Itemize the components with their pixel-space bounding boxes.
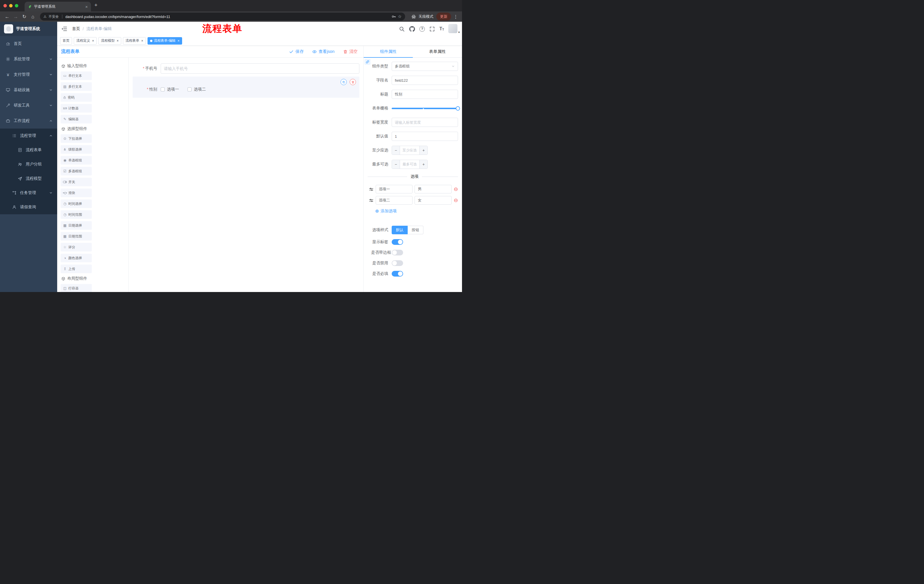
decrease-button[interactable]: − bbox=[392, 160, 400, 169]
show-label-switch[interactable] bbox=[392, 239, 403, 245]
sidebar-item-workflow[interactable]: 工作流程 bbox=[0, 113, 57, 128]
component-single-line-text[interactable]: ▭ 单行文本 bbox=[61, 71, 92, 80]
component-row-container[interactable]: ◫ 行容器 bbox=[61, 284, 92, 292]
remove-option-icon[interactable]: ⊖ bbox=[454, 187, 458, 192]
increase-button[interactable]: + bbox=[419, 146, 427, 155]
back-icon[interactable]: ← bbox=[3, 14, 12, 19]
remove-option-icon[interactable]: ⊖ bbox=[454, 198, 458, 203]
save-button[interactable]: 保存 bbox=[289, 49, 304, 54]
user-menu[interactable]: ▾ bbox=[448, 24, 458, 34]
component-radio-group[interactable]: ◉ 单选框组 bbox=[61, 156, 92, 165]
clear-button[interactable]: 清空 bbox=[343, 49, 358, 54]
field-name-input[interactable] bbox=[392, 76, 458, 85]
drag-handle-icon[interactable] bbox=[369, 187, 374, 192]
delete-field-button[interactable] bbox=[350, 79, 356, 85]
option-2-label-input[interactable] bbox=[376, 196, 412, 204]
tab-form-props[interactable]: 表单属性 bbox=[413, 46, 462, 58]
gender-option-1-checkbox[interactable]: 选项一 bbox=[161, 87, 179, 92]
help-icon[interactable]: ? bbox=[419, 26, 425, 32]
sidebar-item-process-model[interactable]: 流程模型 bbox=[0, 171, 57, 186]
tab-close-icon[interactable]: × bbox=[84, 4, 89, 9]
style-default-button[interactable]: 默认 bbox=[392, 226, 408, 234]
option-1-label-input[interactable] bbox=[376, 185, 412, 193]
style-button-button[interactable]: 按钮 bbox=[408, 226, 423, 234]
title-input[interactable] bbox=[392, 90, 458, 99]
tag-process-form[interactable]: 流程表单 × bbox=[123, 37, 146, 44]
sidebar-item-process-management[interactable]: 流程管理 bbox=[0, 128, 57, 143]
add-option-button[interactable]: ⊕ 添加选项 bbox=[375, 209, 458, 214]
option-2-value-input[interactable] bbox=[414, 196, 451, 204]
new-tab-button[interactable]: + bbox=[94, 2, 97, 8]
close-window-button[interactable] bbox=[3, 4, 7, 7]
close-icon[interactable]: × bbox=[177, 39, 180, 43]
min-select-value[interactable]: 至少应选 bbox=[400, 146, 419, 155]
minimize-window-button[interactable] bbox=[9, 4, 13, 7]
required-switch[interactable] bbox=[392, 271, 403, 276]
github-icon[interactable] bbox=[409, 26, 415, 32]
drag-handle-icon[interactable] bbox=[369, 198, 374, 203]
close-icon[interactable]: × bbox=[141, 39, 143, 43]
phone-field[interactable]: 手机号 bbox=[133, 63, 360, 74]
address-bar[interactable]: ⚠ 不安全 dashboard.yudao.iocoder.cn/bpm/man… bbox=[40, 13, 405, 21]
grid-slider[interactable] bbox=[392, 104, 458, 113]
sidebar-item-devtools[interactable]: 研发工具 bbox=[0, 98, 57, 113]
decrease-button[interactable]: − bbox=[392, 146, 400, 155]
component-rate[interactable]: ☆ 评分 bbox=[61, 243, 92, 252]
fullscreen-icon[interactable] bbox=[429, 26, 435, 32]
zoom-window-button[interactable] bbox=[15, 4, 18, 7]
tag-process-definition[interactable]: 流程定义 × bbox=[74, 37, 97, 44]
sidebar-item-infrastructure[interactable]: 基础设施 bbox=[0, 82, 57, 98]
component-slider[interactable]: 滑块 bbox=[61, 189, 92, 197]
home-icon[interactable]: ⌂ bbox=[29, 14, 37, 19]
key-icon[interactable] bbox=[391, 14, 396, 19]
tag-process-form-edit[interactable]: 流程表单-编辑 × bbox=[147, 37, 182, 44]
disabled-switch[interactable] bbox=[392, 260, 403, 266]
sidebar-item-home[interactable]: 首页 bbox=[0, 36, 57, 51]
option-1-value-input[interactable] bbox=[414, 185, 451, 193]
sidebar-item-leave-query[interactable]: 请假查询 bbox=[0, 200, 57, 214]
bookmark-star-icon[interactable]: ☆ bbox=[398, 14, 402, 19]
component-type-select[interactable]: 多选框组 bbox=[392, 62, 458, 71]
breadcrumb-home[interactable]: 首页 bbox=[72, 26, 80, 31]
forward-icon[interactable]: → bbox=[12, 14, 20, 19]
sidebar-item-process-form[interactable]: 流程表单 bbox=[0, 143, 57, 157]
copy-field-button[interactable] bbox=[340, 79, 347, 85]
update-button[interactable]: 更新 bbox=[436, 13, 451, 21]
reload-icon[interactable]: ↻ bbox=[20, 14, 29, 19]
tag-home[interactable]: 首页 bbox=[60, 37, 72, 44]
max-select-value[interactable]: 最多可选 bbox=[400, 160, 419, 169]
default-value-input[interactable] bbox=[392, 132, 458, 141]
sidebar-item-system[interactable]: 系统管理 bbox=[0, 51, 57, 67]
border-switch[interactable] bbox=[392, 250, 403, 255]
component-editor[interactable]: ✎ 编辑器 bbox=[61, 115, 92, 123]
tag-process-model[interactable]: 流程模型 × bbox=[98, 37, 121, 44]
sidebar-item-task-management[interactable]: 任务管理 bbox=[0, 186, 57, 200]
component-time-range[interactable]: ◷ 时间范围 bbox=[61, 210, 92, 219]
sidebar-toggle-icon[interactable] bbox=[61, 26, 68, 32]
close-icon[interactable]: × bbox=[91, 39, 94, 43]
app-logo[interactable]: 芋道管理系统 bbox=[0, 22, 57, 36]
component-checkbox-group[interactable]: ☑ 多选框组 bbox=[61, 167, 92, 175]
browser-tab[interactable]: 芋道管理系统 × bbox=[25, 2, 91, 12]
component-date-range[interactable]: ▦ 日期范围 bbox=[61, 232, 92, 240]
increase-button[interactable]: + bbox=[419, 160, 427, 169]
component-time-picker[interactable]: ◷ 时间选择 bbox=[61, 199, 92, 208]
search-icon[interactable] bbox=[399, 26, 405, 32]
component-date-picker[interactable]: ▦ 日期选择 bbox=[61, 221, 92, 230]
component-cascader[interactable]: ⋔ 级联选择 bbox=[61, 145, 92, 154]
font-size-icon[interactable]: TT bbox=[439, 26, 444, 31]
tab-component-props[interactable]: 组件属性 bbox=[364, 46, 413, 58]
close-icon[interactable]: × bbox=[116, 39, 119, 43]
link-chip[interactable] bbox=[365, 59, 371, 65]
gender-option-2-checkbox[interactable]: 选项二 bbox=[188, 87, 206, 92]
slider-handle[interactable] bbox=[456, 106, 460, 110]
component-counter[interactable]: 123 计数器 bbox=[61, 104, 92, 113]
view-json-button[interactable]: 查看json bbox=[312, 49, 335, 54]
component-upload[interactable]: ↥ 上传 bbox=[61, 265, 92, 273]
browser-menu-icon[interactable]: ⋮ bbox=[454, 14, 458, 20]
gender-field-selected[interactable]: 性别 选项一 选项二 bbox=[133, 77, 360, 98]
label-width-input[interactable] bbox=[392, 118, 458, 127]
sidebar-item-user-group[interactable]: 用户分组 bbox=[0, 157, 57, 171]
phone-input[interactable] bbox=[161, 63, 360, 74]
component-switch[interactable]: 开关 bbox=[61, 178, 92, 186]
